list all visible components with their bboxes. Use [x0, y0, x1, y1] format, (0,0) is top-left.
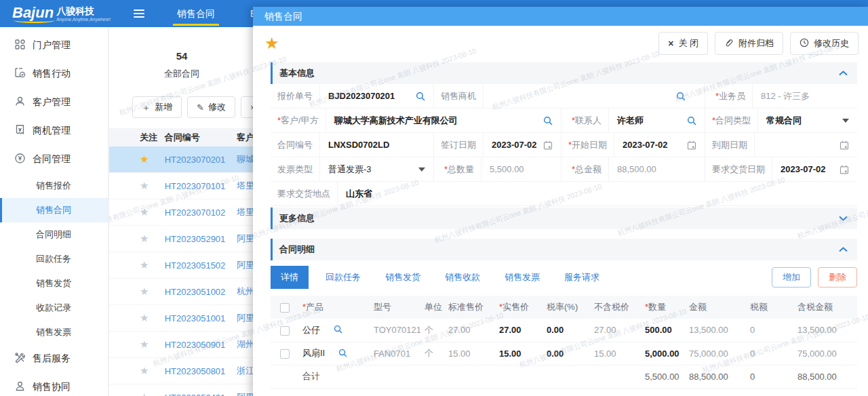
star-icon[interactable]: ★: [140, 365, 149, 376]
opportunity-field[interactable]: [484, 92, 705, 101]
search-icon[interactable]: [543, 116, 553, 125]
sidebar-item-sales-action[interactable]: 销售行动: [0, 60, 108, 88]
customer-link[interactable]: 阿里: [230, 233, 254, 245]
customer-link[interactable]: 塔里: [230, 206, 254, 218]
search-icon[interactable]: [338, 349, 347, 359]
attachment-archive-button[interactable]: 附件归档: [715, 32, 783, 55]
delivery-place-field[interactable]: 山东省: [338, 188, 857, 200]
search-icon[interactable]: [334, 325, 342, 336]
star-icon[interactable]: ★: [140, 233, 149, 244]
delete-line-button[interactable]: 删除: [818, 267, 857, 288]
star-icon[interactable]: ★: [140, 338, 149, 350]
add-line-button[interactable]: 增加: [772, 267, 811, 288]
calendar-icon[interactable]: [840, 165, 849, 174]
sign-date-field[interactable]: 2023-07-02: [484, 140, 561, 150]
chevron-down-icon[interactable]: [839, 216, 848, 221]
list-item[interactable]: ★ HT2023051002 杭州: [109, 279, 254, 305]
delivery-date-field[interactable]: 2023-07-02: [772, 164, 857, 174]
end-date-field[interactable]: [755, 140, 857, 150]
contract-no-link[interactable]: HT2023050801: [165, 366, 230, 376]
list-item[interactable]: ★ HT2023052901 阿里: [109, 226, 254, 252]
sidebar-item-contract[interactable]: 合同管理: [0, 145, 108, 174]
list-item[interactable]: ★ HT2023051001 阿里: [109, 305, 254, 332]
star-icon[interactable]: ★: [140, 180, 149, 191]
list-item[interactable]: ★ HT2023070102 塔里: [109, 199, 254, 226]
search-icon[interactable]: [416, 92, 425, 101]
tab-sales-invoice[interactable]: 销售发票: [494, 266, 550, 289]
contract-no-link[interactable]: HT2023052901: [165, 234, 230, 244]
list-item[interactable]: ★ HT2023070101 塔里: [109, 173, 254, 199]
customer-link[interactable]: 阿里: [230, 391, 254, 396]
favorite-star-icon[interactable]: ★: [264, 35, 279, 52]
sidebar-item-sales-invoice[interactable]: 销售发票: [0, 320, 108, 344]
contract-count-label[interactable]: 全部合同: [109, 68, 254, 80]
menu-hamburger-icon[interactable]: [134, 9, 144, 18]
chevron-up-icon[interactable]: [839, 247, 848, 252]
star-icon[interactable]: ★: [140, 285, 149, 297]
sidebar-item-customer[interactable]: 客户管理: [0, 88, 108, 117]
start-date-field[interactable]: 2023-07-02: [614, 140, 705, 150]
calendar-icon[interactable]: [543, 140, 553, 150]
list-item[interactable]: ★ HT2023070201 聊城: [109, 146, 254, 173]
sidebar-item-sales-quote[interactable]: 销售报价: [0, 174, 108, 198]
search-icon[interactable]: [676, 92, 686, 101]
customer-link[interactable]: 杭州: [230, 285, 254, 298]
chevron-down-icon[interactable]: [418, 167, 425, 172]
sidebar-item-portal[interactable]: 门户管理: [0, 31, 108, 60]
invoice-type-select[interactable]: 普通发票-3: [320, 163, 433, 176]
row-checkbox[interactable]: [280, 326, 290, 336]
salesman-field[interactable]: 812 - 许三多: [753, 90, 857, 102]
tab-sales-receipt[interactable]: 销售收款: [435, 266, 490, 289]
select-all-checkbox[interactable]: [280, 303, 290, 313]
modification-history-button[interactable]: 修改历史: [790, 32, 859, 55]
contract-no-link[interactable]: HT2023050901: [165, 340, 230, 350]
sidebar-item-payment-task[interactable]: 回款任务: [0, 247, 108, 271]
list-item[interactable]: ★ HT2023050801 浙江: [109, 358, 254, 384]
sidebar-item-sales-contract[interactable]: 销售合同: [0, 198, 108, 222]
calendar-icon[interactable]: [840, 140, 849, 150]
contact-field[interactable]: 许老师: [609, 115, 705, 127]
contract-no-link[interactable]: HT2023070101: [165, 181, 230, 191]
contract-no-link[interactable]: HT2023050401: [165, 393, 230, 396]
customer-link[interactable]: 阿里: [230, 259, 254, 271]
edit-button[interactable]: ✎修改: [187, 96, 235, 118]
contract-no-field[interactable]: LNXSD0702LD: [320, 140, 433, 150]
chevron-down-icon[interactable]: [842, 119, 849, 123]
customer-link[interactable]: 湖州: [230, 338, 254, 351]
tab-sales-delivery[interactable]: 销售发货: [375, 266, 431, 289]
sidebar-item-contract-detail[interactable]: 合同明细: [0, 222, 108, 247]
close-button[interactable]: ×关 闭: [658, 32, 708, 55]
delete-button[interactable]: ×删除: [241, 96, 254, 118]
contract-no-link[interactable]: HT2023051002: [165, 287, 230, 297]
customer-link[interactable]: 阿里: [230, 312, 254, 324]
sidebar-item-sales-delivery[interactable]: 销售发货: [0, 271, 108, 296]
search-icon[interactable]: [687, 116, 696, 125]
row-checkbox[interactable]: [280, 349, 290, 359]
list-item[interactable]: ★ HT2023050401 阿里: [109, 384, 254, 396]
tab-service-request[interactable]: 服务请求: [554, 266, 610, 289]
sidebar-item-collaboration[interactable]: 销售协同: [0, 373, 108, 396]
quote-no-field[interactable]: BJD2023070201: [320, 91, 433, 101]
list-item[interactable]: ★ HT2023051502 阿里: [109, 252, 254, 279]
sidebar-item-after-sales[interactable]: 售后服务: [0, 344, 108, 373]
star-icon[interactable]: ★: [140, 391, 149, 396]
contract-no-link[interactable]: HT2023070102: [165, 207, 230, 218]
calendar-icon[interactable]: [687, 140, 696, 150]
chevron-up-icon[interactable]: [839, 71, 848, 76]
star-icon[interactable]: ★: [140, 312, 149, 323]
tab-payment-task[interactable]: 回款任务: [315, 266, 371, 289]
contract-type-select[interactable]: 常规合同: [758, 115, 857, 127]
star-icon[interactable]: ★: [140, 259, 149, 271]
add-button[interactable]: ＋新增: [132, 96, 182, 118]
sidebar-item-receipt-record[interactable]: 收款记录: [0, 296, 108, 320]
tab-detail[interactable]: 详情: [271, 266, 309, 289]
list-item[interactable]: ★ HT2023050901 湖州: [109, 332, 254, 358]
contract-no-link[interactable]: HT2023051001: [165, 313, 230, 323]
sidebar-item-opportunity[interactable]: 商机管理: [0, 117, 108, 145]
star-icon[interactable]: ★: [140, 153, 149, 165]
customer-field[interactable]: 聊城大学高新技术产业有限公司: [326, 115, 561, 127]
star-icon[interactable]: ★: [140, 206, 149, 218]
customer-link[interactable]: 塔里: [230, 180, 254, 192]
nav-tab-sales-contract[interactable]: 销售合同: [159, 0, 233, 27]
customer-link[interactable]: 浙江: [230, 365, 254, 377]
